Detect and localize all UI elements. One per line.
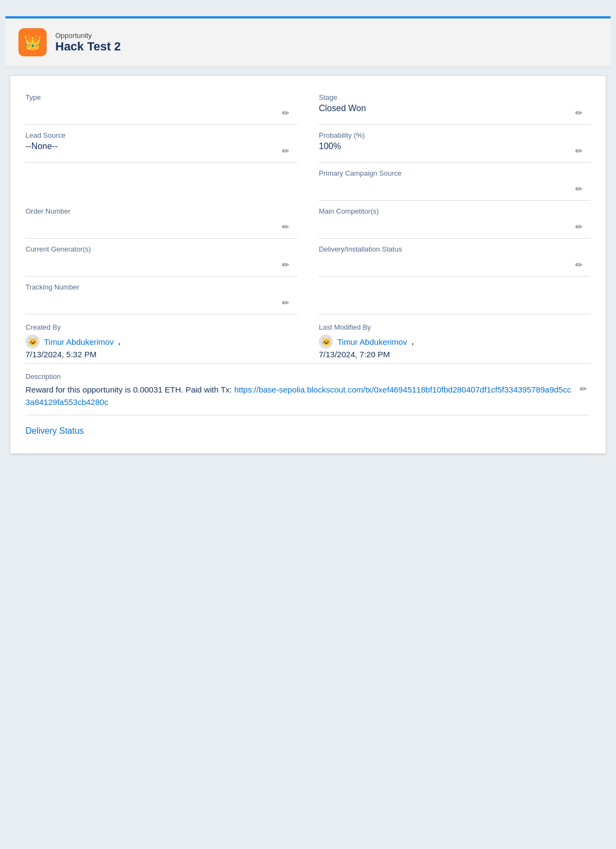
type-edit-icon[interactable]: ✏ xyxy=(282,108,293,119)
audit-section: Created By 🐱 Timur Abdukerimov , 7/13/20… xyxy=(25,314,591,364)
created-by-avatar: 🐱 xyxy=(25,335,40,349)
field-order-number: Order Number ✏ xyxy=(25,201,297,239)
row-leadsource-probability: Lead Source --None-- ✏ Probability (%) 1… xyxy=(25,125,591,163)
description-text: Reward for this opportunity is 0.00031 E… xyxy=(25,384,574,408)
created-by-label: Created By xyxy=(25,323,297,331)
probability-value: 100% xyxy=(319,142,591,151)
field-empty-left xyxy=(25,163,297,201)
type-label: Type xyxy=(25,93,297,101)
header: 👑 Opportunity Hack Test 2 xyxy=(5,18,611,67)
stage-label: Stage xyxy=(319,93,591,101)
description-edit-icon[interactable]: ✏ xyxy=(580,384,591,395)
audit-last-modified: Last Modified By 🐱 Timur Abdukerimov , 7… xyxy=(319,323,591,359)
page-container: 👑 Opportunity Hack Test 2 Type ✏ Stage C… xyxy=(0,11,616,468)
last-modified-link[interactable]: Timur Abdukerimov xyxy=(337,337,407,346)
field-type: Type ✏ xyxy=(25,87,297,125)
last-modified-label: Last Modified By xyxy=(319,323,591,331)
current-generators-label: Current Generator(s) xyxy=(25,245,297,253)
app-icon: 👑 xyxy=(18,28,47,56)
primary-campaign-label: Primary Campaign Source xyxy=(319,169,591,177)
description-content: Reward for this opportunity is 0.00031 E… xyxy=(25,384,591,408)
order-number-label: Order Number xyxy=(25,207,297,215)
audit-grid: Created By 🐱 Timur Abdukerimov , 7/13/20… xyxy=(25,323,591,359)
last-modified-date: 7/13/2024, 7:20 PM xyxy=(319,350,591,359)
tracking-number-value xyxy=(25,293,297,303)
last-modified-user: 🐱 Timur Abdukerimov , xyxy=(319,335,591,349)
header-text: Opportunity Hack Test 2 xyxy=(55,31,121,54)
last-modified-comma: , xyxy=(412,337,414,346)
stage-value: Closed Won xyxy=(319,104,591,113)
lead-source-label: Lead Source xyxy=(25,131,297,139)
primary-campaign-value xyxy=(319,179,591,189)
delivery-installation-label: Delivery/Installation Status xyxy=(319,245,591,253)
main-competitors-label: Main Competitor(s) xyxy=(319,207,591,215)
field-delivery-installation: Delivery/Installation Status ✏ xyxy=(319,239,591,276)
row-campaign-source: Primary Campaign Source ✏ xyxy=(25,163,591,201)
field-primary-campaign: Primary Campaign Source ✏ xyxy=(319,163,591,201)
crown-icon: 👑 xyxy=(24,34,41,51)
row-generators-delivery: Current Generator(s) ✏ Delivery/Installa… xyxy=(25,239,591,276)
delivery-status-link[interactable]: Delivery Status xyxy=(25,426,84,435)
fields-grid: Type ✏ Stage Closed Won ✏ Lead Source --… xyxy=(10,76,606,453)
probability-edit-icon[interactable]: ✏ xyxy=(575,146,586,157)
probability-label: Probability (%) xyxy=(319,131,591,139)
tracking-number-edit-icon[interactable]: ✏ xyxy=(282,298,293,308)
description-label: Description xyxy=(25,372,591,381)
audit-created-by: Created By 🐱 Timur Abdukerimov , 7/13/20… xyxy=(25,323,297,359)
created-by-user: 🐱 Timur Abdukerimov , xyxy=(25,335,297,349)
description-section: Description Reward for this opportunity … xyxy=(25,364,591,415)
created-by-comma: , xyxy=(118,337,120,346)
delivery-status-section: Delivery Status xyxy=(25,415,591,442)
order-number-edit-icon[interactable]: ✏ xyxy=(282,222,293,233)
lead-source-value: --None-- xyxy=(25,142,297,151)
row-type-stage: Type ✏ Stage Closed Won ✏ xyxy=(25,87,591,125)
header-title: Hack Test 2 xyxy=(55,40,121,54)
header-subtitle: Opportunity xyxy=(55,31,121,40)
row-order-competitors: Order Number ✏ Main Competitor(s) ✏ xyxy=(25,201,591,239)
last-modified-avatar-icon: 🐱 xyxy=(322,337,331,346)
field-tracking-number: Tracking Number ✏ xyxy=(25,276,297,314)
created-by-link[interactable]: Timur Abdukerimov xyxy=(44,337,114,346)
delivery-installation-value xyxy=(319,255,591,265)
current-generators-value xyxy=(25,255,297,265)
last-modified-avatar: 🐱 xyxy=(319,335,333,349)
field-stage: Stage Closed Won ✏ xyxy=(319,87,591,125)
lead-source-edit-icon[interactable]: ✏ xyxy=(282,146,293,157)
main-competitors-edit-icon[interactable]: ✏ xyxy=(575,222,586,233)
current-generators-edit-icon[interactable]: ✏ xyxy=(282,260,293,271)
main-competitors-value xyxy=(319,217,591,227)
created-by-avatar-icon: 🐱 xyxy=(28,337,37,346)
tracking-number-label: Tracking Number xyxy=(25,283,297,291)
field-current-generators: Current Generator(s) ✏ xyxy=(25,239,297,276)
main-card: Type ✏ Stage Closed Won ✏ Lead Source --… xyxy=(10,75,606,454)
field-lead-source: Lead Source --None-- ✏ xyxy=(25,125,297,163)
primary-campaign-edit-icon[interactable]: ✏ xyxy=(575,184,586,195)
created-by-date: 7/13/2024, 5:32 PM xyxy=(25,350,297,359)
stage-edit-icon[interactable]: ✏ xyxy=(575,108,586,119)
field-main-competitors: Main Competitor(s) ✏ xyxy=(319,201,591,239)
field-probability: Probability (%) 100% ✏ xyxy=(319,125,591,163)
order-number-value xyxy=(25,217,297,227)
row-tracking: Tracking Number ✏ xyxy=(25,276,591,314)
delivery-installation-edit-icon[interactable]: ✏ xyxy=(575,260,586,271)
field-tracking-right-empty xyxy=(319,276,591,314)
description-plain-text: Reward for this opportunity is 0.00031 E… xyxy=(25,385,234,394)
